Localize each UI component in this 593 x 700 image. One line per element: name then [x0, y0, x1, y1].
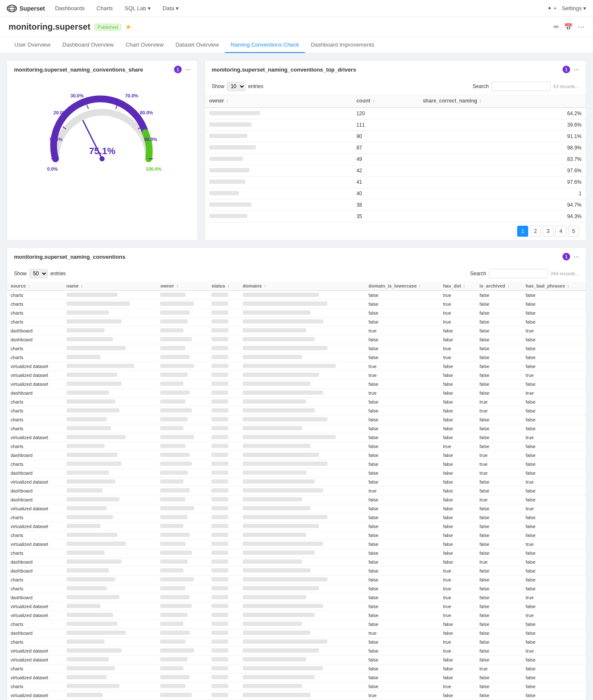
- cell-status: [208, 335, 239, 344]
- cell-owner: [205, 119, 352, 131]
- cell-name: [63, 344, 157, 353]
- nav-settings-btn[interactable]: Settings ▾: [562, 5, 586, 11]
- page-3-btn[interactable]: 3: [543, 226, 554, 237]
- cell-is-archived: true: [476, 664, 522, 673]
- cell-source: virtualized dataset: [7, 611, 63, 620]
- cell-status: [208, 629, 239, 638]
- cell-count: 90: [352, 131, 418, 142]
- cell-domain-lowercase: false: [365, 575, 440, 584]
- tab-chart-overview[interactable]: Chart Overview: [120, 37, 170, 53]
- cell-name: [63, 398, 157, 407]
- bottom-search-input[interactable]: [489, 269, 548, 278]
- cell-status: [208, 362, 239, 371]
- col-domain-lowercase[interactable]: domain_is_lowercase ↕: [365, 282, 440, 291]
- gauge-label-30: 30.0%: [70, 93, 83, 98]
- cell-is-archived: true: [476, 407, 522, 415]
- col-owner[interactable]: owner ↕: [157, 282, 208, 291]
- cell-share: 64.2%: [418, 108, 586, 119]
- cell-is-archived: false: [476, 380, 522, 389]
- cell-count: 41: [352, 177, 418, 188]
- entries-select[interactable]: 10 25 50: [227, 82, 246, 91]
- cell-bad-phrases: true: [522, 326, 586, 335]
- gauge-chart-title: monitoring.superset_naming_conventions_s…: [14, 66, 143, 73]
- tab-dataset-overview[interactable]: Dataset Overview: [169, 37, 225, 53]
- nav-data[interactable]: Data ▾: [161, 5, 180, 11]
- cell-status: [208, 656, 239, 664]
- col-domains[interactable]: domains ↕: [239, 282, 365, 291]
- favorite-star-icon[interactable]: ★: [125, 23, 131, 31]
- cell-is-archived: false: [476, 593, 522, 602]
- cell-owner: [157, 629, 208, 638]
- col-name[interactable]: name ↕: [63, 282, 157, 291]
- page-1-btn[interactable]: 1: [517, 226, 528, 237]
- cell-bad-phrases: false: [522, 513, 586, 522]
- cell-has-dot: true: [440, 309, 476, 318]
- table-row: dashboard true false false false: [7, 629, 586, 638]
- nav-plus-btn[interactable]: ✦ +: [547, 5, 557, 11]
- cell-source: charts: [7, 398, 63, 407]
- cell-source: virtualized dataset: [7, 478, 63, 487]
- table-row: virtualized dataset false false false tr…: [7, 478, 586, 487]
- cell-owner: [157, 487, 208, 495]
- cell-name: [63, 682, 157, 691]
- top-drivers-card: monitoring.superset_naming_conventions_t…: [205, 60, 586, 241]
- table-row: charts false false true false: [7, 460, 586, 469]
- top-drivers-more-icon[interactable]: ⋯: [574, 66, 579, 73]
- cell-domains: [239, 424, 365, 433]
- cell-has-dot: true: [440, 602, 476, 611]
- nav-dashboards[interactable]: Dashboards: [53, 5, 86, 11]
- calendar-icon[interactable]: 📅: [564, 23, 573, 31]
- tab-dashboard-improvements[interactable]: Dashboard Improvements: [305, 37, 380, 53]
- cell-name: [63, 353, 157, 362]
- top-drivers-header: monitoring.superset_naming_conventions_t…: [205, 61, 586, 78]
- cell-count: 49: [352, 154, 418, 165]
- col-share[interactable]: share_correct_naming ↕: [418, 94, 586, 108]
- col-status[interactable]: status ↕: [208, 282, 239, 291]
- bottom-entries-select[interactable]: 50 25 10: [29, 269, 48, 278]
- cell-has-dot: true: [440, 575, 476, 584]
- cell-owner: [157, 442, 208, 451]
- tab-user-overview[interactable]: User Overview: [8, 37, 56, 53]
- show-entries: Show 10 25 50 entries: [212, 82, 263, 91]
- col-source[interactable]: source ↕: [7, 282, 63, 291]
- col-count[interactable]: count ↕: [352, 94, 418, 108]
- page-2-btn[interactable]: 2: [530, 226, 541, 237]
- page-5-btn[interactable]: 5: [568, 226, 579, 237]
- tab-dashboard-overview[interactable]: Dashboard Overview: [56, 37, 119, 53]
- cell-owner: [205, 165, 352, 177]
- cell-bad-phrases: true: [522, 593, 586, 602]
- edit-icon[interactable]: ✏: [554, 23, 559, 31]
- col-is-archived[interactable]: is_archived ↕: [476, 282, 522, 291]
- cell-status: [208, 664, 239, 673]
- cell-domain-lowercase: false: [365, 647, 440, 656]
- cell-source: charts: [7, 407, 63, 415]
- cell-name: [63, 593, 157, 602]
- bottom-more-icon[interactable]: ⋯: [574, 254, 579, 260]
- search-input[interactable]: [491, 82, 551, 91]
- cell-name: [63, 335, 157, 344]
- more-options-icon[interactable]: ⋯: [578, 23, 585, 31]
- tab-naming-conventions-check[interactable]: Naming Conventions Check: [225, 37, 305, 53]
- cell-status: [208, 398, 239, 407]
- nav-charts[interactable]: Charts: [95, 5, 114, 11]
- col-has-dot[interactable]: has_dot ↕: [440, 282, 476, 291]
- cell-domains: [239, 513, 365, 522]
- page-4-btn[interactable]: 4: [555, 226, 566, 237]
- cell-has-dot: false: [440, 451, 476, 460]
- cell-status: [208, 602, 239, 611]
- col-bad-phrases[interactable]: has_bad_phrases ↕: [522, 282, 586, 291]
- cell-bad-phrases: true: [522, 478, 586, 487]
- cell-owner: [157, 318, 208, 326]
- cell-source: virtualized dataset: [7, 691, 63, 700]
- cell-name: [63, 300, 157, 309]
- cell-bad-phrases: false: [522, 460, 586, 469]
- cell-domain-lowercase: true: [365, 371, 440, 380]
- cell-domains: [239, 620, 365, 629]
- col-owner[interactable]: owner ↕: [205, 94, 352, 108]
- cell-status: [208, 691, 239, 700]
- gauge-more-icon[interactable]: ⋯: [185, 66, 191, 73]
- cell-source: virtualized dataset: [7, 433, 63, 442]
- cell-bad-phrases: false: [522, 629, 586, 638]
- cell-name: [63, 389, 157, 398]
- nav-sql-lab[interactable]: SQL Lab ▾: [123, 5, 152, 11]
